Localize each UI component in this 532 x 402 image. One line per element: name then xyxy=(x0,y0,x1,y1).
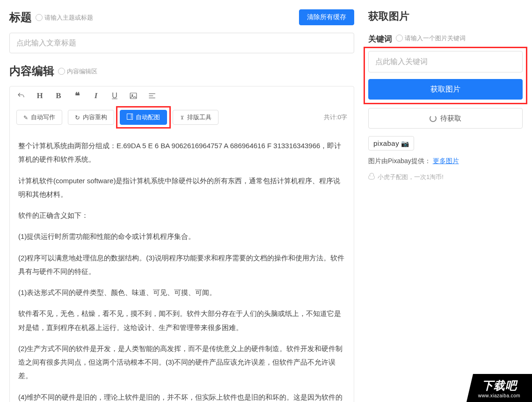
quote-icon[interactable]: ❝ xyxy=(73,91,82,100)
svg-rect-0 xyxy=(130,93,137,99)
editor-content[interactable]: 整个计算机系统由两部分组成：E.69DA 5 E 6 BA 9062616964… xyxy=(10,131,354,402)
editor-section-label: 内容编辑 xyxy=(9,64,54,79)
undo-icon[interactable] xyxy=(16,91,26,100)
title-section-header: 标题 请输入主题或标题 清除所有缓存 xyxy=(9,9,354,25)
underline-icon[interactable]: U xyxy=(110,91,119,100)
keyword-label: 关键词 xyxy=(368,34,392,44)
editor-paragraph: (1)表达形式不同的硬件类型、颜色、味道、可见、可摸、可闻。 xyxy=(18,286,345,299)
auto-image-button[interactable]: 自动配图 xyxy=(120,110,167,125)
watermark: 下载吧 www.xiazaiba.com xyxy=(466,374,532,402)
pixabay-badge: pixabay 📷 xyxy=(368,136,414,151)
layout-tools-button[interactable]: 排版工具 xyxy=(173,110,219,125)
editor-paragraph: 软件看不见，无色，枯燥，看不见，摸不到，闻不到。软件大部分存在于人们的头脑或纸上… xyxy=(18,307,345,334)
pencil-icon xyxy=(23,114,28,121)
editor-paragraph: (2)程序可以满意地处理信息的数据结构。(3)说明程序功能要求和程序需要的文档的… xyxy=(18,251,345,279)
editor-box: H B ❝ I U 自动写作 内容重构 自动配图 排版工具 共计:0字 整个计算… xyxy=(9,86,354,402)
article-title-input[interactable] xyxy=(9,33,354,53)
editor-paragraph: 整个计算机系统由两部分组成：E.69DA 5 E 6 BA 9062616964… xyxy=(18,139,345,166)
align-left-icon[interactable] xyxy=(147,91,157,100)
credit-line: 图片由Pixabay提供： 更多图片 xyxy=(368,157,523,165)
more-images-link[interactable]: 更多图片 xyxy=(433,157,459,165)
refresh-icon xyxy=(75,114,80,121)
svg-point-1 xyxy=(132,94,133,95)
restructure-button[interactable]: 内容重构 xyxy=(68,110,114,125)
editor-paragraph: 软件的正确含义如下： xyxy=(18,208,345,222)
editor-paragraph: 计算机软件(computer software)是指计算机系统中除硬件以外的所有… xyxy=(18,174,345,201)
editor-paragraph: (1)提供运行时所需功能和性能的命令或计算机程序集合。 xyxy=(18,230,345,243)
keyword-hint: 请输入一个图片关键词 xyxy=(396,34,467,43)
keyword-input[interactable] xyxy=(368,51,523,72)
title-label: 标题 xyxy=(9,10,32,25)
format-toolbar: H B ❝ I U xyxy=(10,86,354,105)
layout-icon xyxy=(127,114,133,121)
camera-icon: 📷 xyxy=(401,140,409,147)
italic-icon[interactable]: I xyxy=(91,91,101,100)
word-count: 共计:0字 xyxy=(324,113,347,122)
side-title: 获取图片 xyxy=(368,9,523,23)
title-hint: 请输入主题或标题 xyxy=(36,14,95,22)
bold-icon[interactable]: B xyxy=(54,91,63,100)
scissors-icon xyxy=(180,114,184,121)
fetch-image-button[interactable]: 获取图片 xyxy=(368,79,523,100)
heading-icon[interactable]: H xyxy=(35,91,44,100)
image-icon[interactable] xyxy=(129,91,138,100)
editor-paragraph: (2)生产方式不同的软件是开发，是人类智能的高发挥，而不是传统意义上的硬件制造。… xyxy=(18,342,345,383)
pending-button[interactable]: 待获取 xyxy=(368,108,523,129)
editor-section-hint: 内容编辑区 xyxy=(58,67,99,76)
auto-write-button[interactable]: 自动写作 xyxy=(16,110,62,125)
editor-paragraph: (4)维护不同的硬件是旧的，理论上软件是旧的，并不坏，但实际上软件也是旧的和坏的… xyxy=(18,390,345,402)
spinner-icon xyxy=(430,115,437,122)
note-line: 小虎子配图，一次1淘币! xyxy=(368,173,523,181)
action-toolbar: 自动写作 内容重构 自动配图 排版工具 共计:0字 xyxy=(10,105,354,131)
clear-cache-button[interactable]: 清除所有缓存 xyxy=(299,9,354,25)
cloud-icon xyxy=(368,175,375,179)
